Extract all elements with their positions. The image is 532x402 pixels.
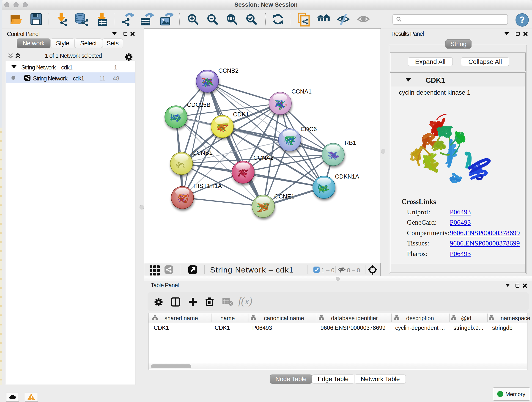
svg-text:CCNB2: CCNB2 (218, 67, 239, 74)
svg-text:HIST1H1A: HIST1H1A (193, 182, 222, 189)
svg-text:CDKN1A: CDKN1A (335, 173, 359, 180)
svg-text:CCNA2: CCNA2 (253, 154, 273, 161)
svg-text:RB1: RB1 (345, 139, 356, 146)
svg-text:CDC25B: CDC25B (187, 101, 210, 108)
svg-text:CCNA1: CCNA1 (291, 88, 312, 95)
svg-text:CCNE1: CCNE1 (274, 193, 294, 200)
svg-text:CDC6: CDC6 (301, 126, 317, 133)
svg-text:CCNB1: CCNB1 (192, 149, 212, 156)
svg-text:CDK1: CDK1 (233, 111, 249, 118)
